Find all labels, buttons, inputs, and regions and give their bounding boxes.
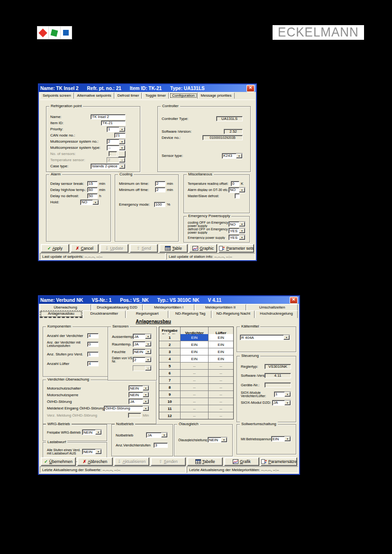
- table-cell-verdichter[interactable]: EIN: [181, 334, 208, 341]
- verz-meldung-input[interactable]: [128, 413, 141, 418]
- table-cell-verdichter[interactable]: --: [181, 370, 208, 376]
- parametersaetze-button[interactable]: Parametersätze: [261, 457, 297, 466]
- tab-druckgasabtauung[interactable]: Druckgasabtauung D2D: [91, 304, 143, 310]
- temp-offset-input[interactable]: 0: [231, 181, 239, 186]
- oel-hd-stoerung-dropdown[interactable]: JA▼: [128, 399, 149, 404]
- mit-betriebsspannung-dropdown[interactable]: EIN▼: [271, 436, 291, 442]
- table-cell-verdichter[interactable]: --: [181, 377, 208, 383]
- tab-drucktransmitter[interactable]: Drucktransmitter: [83, 310, 126, 318]
- close-icon[interactable]: ✕: [246, 85, 255, 92]
- raumtemp-dropdown[interactable]: JA▼: [133, 341, 152, 347]
- name-input[interactable]: TK Insel 2: [91, 114, 126, 119]
- stufen-pro-verd-input[interactable]: 1: [87, 352, 99, 357]
- num-sensors-input[interactable]: -: [109, 151, 117, 156]
- table-cell-verdichter[interactable]: EIN: [181, 341, 208, 348]
- table-cell-luefter[interactable]: EIN: [209, 341, 233, 348]
- table-cell-luefter[interactable]: EIN: [209, 348, 233, 355]
- emergency-mode-input[interactable]: 100: [154, 202, 165, 207]
- tab-configuration[interactable]: Configuration: [169, 92, 198, 99]
- tab-anlagenausbau[interactable]: Anlagenausbau: [40, 310, 82, 318]
- table-cell-luefter[interactable]: --: [209, 384, 233, 391]
- multi-type-dropdown[interactable]: --▼: [107, 145, 126, 151]
- multi-no-dropdown[interactable]: 2▼: [107, 139, 126, 145]
- temp-sensor-dropdown[interactable]: 2▼: [107, 157, 126, 163]
- delay-high-low-input[interactable]: 60: [87, 187, 98, 192]
- tab-hochdruckregelung[interactable]: Hochdruckregelung: [255, 310, 298, 318]
- table-cell-verdichter[interactable]: --: [181, 412, 208, 419]
- sensoren-extra-dropdown[interactable]: ▼: [133, 365, 152, 371]
- table-cell-verdichter[interactable]: --: [181, 384, 208, 391]
- freigabe-wrg-dropdown[interactable]: NEIN▼: [82, 429, 102, 435]
- table-cell-luefter[interactable]: --: [209, 370, 233, 376]
- parameter-sets-button[interactable]: Parameter sets: [219, 244, 254, 253]
- table-cell-verdichter[interactable]: --: [181, 363, 208, 369]
- emergency-supply-dropdown[interactable]: YES▼: [228, 235, 246, 240]
- table-cell-luefter[interactable]: --: [209, 398, 233, 405]
- alarm-display-dropdown[interactable]: NO▼: [228, 187, 246, 193]
- sensor-type-dropdown[interactable]: K243▼: [222, 153, 243, 159]
- table-cell-luefter[interactable]: --: [209, 412, 233, 419]
- kaeltemittel-dropdown[interactable]: R 404A▼: [240, 335, 290, 340]
- table-cell-verdichter[interactable]: EIN: [181, 348, 208, 355]
- siox-d2d-dropdown[interactable]: JA▼: [272, 400, 291, 406]
- cooling-off-dropdown[interactable]: NO▼: [228, 221, 246, 227]
- tab-umschaltzeiten[interactable]: Umschaltzeiten: [246, 304, 298, 310]
- master-slave-checkbox[interactable]: [235, 193, 240, 199]
- table-button[interactable]: Table: [159, 244, 188, 253]
- tab-ueberwachung[interactable]: Überwachung: [40, 304, 91, 310]
- tab-alternative-setpoints[interactable]: Alternative setpoints: [74, 92, 114, 99]
- table-cell-luefter[interactable]: --: [209, 377, 233, 383]
- aussentemp-dropdown[interactable]: JA▼: [133, 334, 152, 339]
- window-titlebar[interactable]: Name: Verbund NK VS-Nr.: 1 Pos.: VS_NK T…: [39, 296, 299, 304]
- table-cell-verdichter[interactable]: --: [181, 391, 208, 398]
- meldetext-dropdown[interactable]: Öl/HD-Störung▼: [104, 406, 149, 411]
- num-sensors-button[interactable]: [118, 151, 126, 157]
- tab-meldeprioritaeten-1[interactable]: Meldeprioritäten I: [143, 304, 194, 310]
- daten-von-vs-dropdown[interactable]: 2▼: [133, 357, 152, 363]
- oelausgleichsleitung-dropdown[interactable]: NEIN▼: [208, 437, 228, 443]
- uebernehmen-button[interactable]: ✓Übernehmen: [41, 457, 76, 466]
- delay-sensor-break-input[interactable]: 15: [87, 181, 98, 186]
- table-cell-verdichter[interactable]: --: [181, 405, 208, 412]
- item-id-input[interactable]: TK-21: [101, 120, 126, 126]
- hold-dropdown[interactable]: NO▼: [80, 200, 99, 205]
- apply-button[interactable]: ✓Apply: [41, 244, 69, 253]
- delay-no-defrost-input[interactable]: 50: [87, 193, 98, 199]
- tab-regelungsart[interactable]: Regelungsart: [126, 310, 169, 318]
- siox-module-dropdown[interactable]: 1▼: [274, 391, 291, 397]
- tab-toggle-timer[interactable]: Toggle timer: [142, 92, 169, 99]
- anzahl-luefter-input[interactable]: 4: [87, 361, 99, 366]
- table-cell-verdichter[interactable]: EIN: [181, 355, 208, 362]
- feuchte-dropdown[interactable]: NEIN▼: [133, 349, 152, 354]
- tab-message-priorities[interactable]: Message priorities: [198, 92, 235, 99]
- anzahl-verdichter-input[interactable]: 4: [87, 333, 99, 338]
- abbrechen-button[interactable]: ✗Abbrechen: [77, 457, 112, 466]
- tab-nd-regelung-nacht[interactable]: ND-Regelung Nacht: [212, 310, 255, 318]
- tab-meldeprioritaeten-2[interactable]: Meldeprioritäten II: [195, 304, 246, 310]
- lastabwurf-aus-dropdown[interactable]: NEIN▼: [82, 449, 102, 454]
- notbetrieb-dropdown[interactable]: JA▼: [146, 432, 168, 438]
- table-cell-luefter[interactable]: --: [209, 405, 233, 412]
- anz-verdichterstufen-input[interactable]: 3: [154, 443, 168, 448]
- verdichter-leistungsstufen-input[interactable]: 0: [87, 342, 99, 347]
- table-cell-luefter[interactable]: --: [209, 391, 233, 398]
- table-cell-verdichter[interactable]: --: [181, 398, 208, 405]
- min-off-time-input[interactable]: 2: [155, 187, 165, 192]
- motorschutzsperre-dropdown[interactable]: NEIN▼: [128, 392, 149, 398]
- grafik-button[interactable]: Grafik: [224, 457, 259, 466]
- graphic-button[interactable]: Graphic: [189, 244, 218, 253]
- defrost-off-dropdown[interactable]: YES▼: [228, 228, 246, 234]
- cancel-button[interactable]: ✗Cancel: [71, 244, 99, 253]
- update-button[interactable]: ⇩Update: [100, 244, 128, 253]
- senden-button[interactable]: ⇧Senden: [151, 457, 186, 466]
- case-type-dropdown[interactable]: Islands 2-piece▼: [91, 163, 126, 169]
- window-titlebar[interactable]: Name: TK Insel 2 Refr. pt. no.: 21 Item …: [39, 84, 256, 92]
- table-cell-luefter[interactable]: EIN: [209, 334, 233, 341]
- can-node-input[interactable]: 21: [114, 133, 126, 138]
- tab-setpoints-screen[interactable]: Setpoints screen: [40, 92, 74, 99]
- motorschutzschalter-dropdown[interactable]: NEIN▼: [128, 385, 149, 391]
- table-cell-luefter[interactable]: EIN: [209, 355, 233, 362]
- close-icon[interactable]: ✕: [290, 297, 298, 304]
- priority-dropdown[interactable]: 1▼: [107, 127, 126, 132]
- table-cell-luefter[interactable]: --: [209, 363, 233, 369]
